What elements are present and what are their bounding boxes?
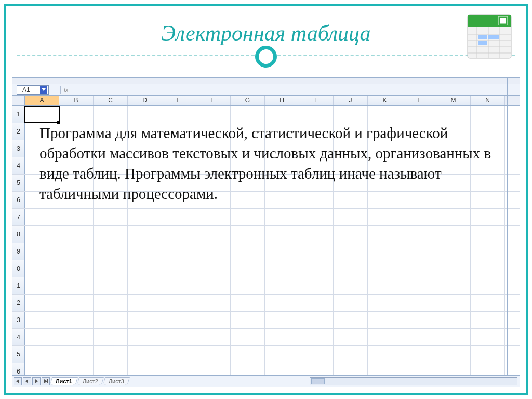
row-header[interactable]: 4 — [12, 329, 25, 345]
cell[interactable] — [196, 329, 231, 345]
cell[interactable] — [162, 295, 196, 311]
cell[interactable] — [94, 312, 128, 328]
cell[interactable] — [94, 363, 128, 375]
sheet-tab-active[interactable]: Лист1 — [50, 377, 78, 385]
cell[interactable] — [402, 209, 436, 225]
row-header[interactable]: 2 — [12, 295, 25, 311]
cell[interactable] — [128, 363, 162, 375]
cell[interactable] — [334, 209, 368, 225]
cell[interactable] — [128, 312, 162, 328]
cell[interactable] — [25, 243, 59, 260]
cell[interactable] — [128, 295, 162, 311]
cell[interactable] — [334, 243, 368, 260]
cell[interactable] — [162, 243, 196, 260]
cell[interactable] — [265, 363, 299, 375]
cell[interactable] — [471, 226, 505, 243]
cell[interactable] — [162, 106, 196, 123]
cell[interactable] — [196, 243, 231, 260]
cell[interactable] — [59, 260, 94, 277]
cell[interactable] — [59, 209, 94, 225]
cell[interactable] — [59, 243, 94, 260]
cell[interactable] — [162, 277, 196, 294]
cell[interactable] — [299, 346, 334, 363]
cell[interactable] — [25, 312, 59, 328]
tab-nav-prev[interactable] — [23, 377, 31, 385]
cell[interactable] — [402, 295, 436, 311]
cell[interactable] — [436, 209, 471, 225]
column-header[interactable]: I — [299, 96, 334, 105]
cell[interactable] — [162, 209, 196, 225]
cell[interactable] — [471, 209, 505, 225]
cell[interactable] — [196, 260, 231, 277]
cell[interactable] — [436, 312, 471, 328]
cell[interactable] — [162, 312, 196, 328]
cell[interactable] — [402, 363, 436, 375]
cell[interactable] — [59, 295, 94, 311]
cell[interactable] — [231, 363, 265, 375]
cell[interactable] — [471, 277, 505, 294]
row-header[interactable]: 7 — [12, 209, 25, 225]
cell[interactable] — [25, 260, 59, 277]
cell[interactable] — [471, 243, 505, 260]
row-header[interactable]: 6 — [12, 363, 25, 375]
cell[interactable] — [368, 329, 402, 345]
cell[interactable] — [59, 226, 94, 243]
cell[interactable] — [128, 106, 162, 123]
cell[interactable] — [436, 106, 471, 123]
cell[interactable] — [59, 329, 94, 345]
tab-nav-first[interactable] — [14, 377, 22, 385]
cell[interactable] — [128, 243, 162, 260]
fx-label[interactable]: fx — [64, 87, 69, 93]
cell[interactable] — [128, 346, 162, 363]
cell[interactable] — [265, 106, 299, 123]
column-header[interactable]: H — [265, 96, 299, 105]
cell[interactable] — [299, 295, 334, 311]
cell[interactable] — [299, 243, 334, 260]
cell[interactable] — [231, 106, 265, 123]
cell[interactable] — [231, 260, 265, 277]
cell[interactable] — [402, 226, 436, 243]
cell[interactable] — [265, 346, 299, 363]
cell[interactable] — [471, 106, 505, 123]
cell[interactable] — [471, 312, 505, 328]
cell[interactable] — [299, 277, 334, 294]
cell[interactable] — [299, 260, 334, 277]
cell[interactable] — [471, 346, 505, 363]
cell[interactable] — [436, 346, 471, 363]
cell[interactable] — [402, 260, 436, 277]
cell[interactable] — [231, 277, 265, 294]
column-header[interactable]: J — [334, 96, 368, 105]
cell[interactable] — [94, 106, 128, 123]
cell[interactable] — [402, 312, 436, 328]
row-header[interactable]: 3 — [12, 312, 25, 328]
cell[interactable] — [162, 329, 196, 345]
column-header[interactable]: C — [94, 96, 128, 105]
cell[interactable] — [265, 329, 299, 345]
column-header[interactable]: M — [436, 96, 471, 105]
cell[interactable] — [94, 243, 128, 260]
cell[interactable] — [436, 277, 471, 294]
cell[interactable] — [368, 312, 402, 328]
cell[interactable] — [299, 312, 334, 328]
cell[interactable] — [265, 243, 299, 260]
cell[interactable] — [265, 312, 299, 328]
cell[interactable] — [25, 106, 59, 123]
cell[interactable] — [231, 295, 265, 311]
row-header[interactable]: 0 — [12, 260, 25, 277]
cell[interactable] — [162, 346, 196, 363]
cell[interactable] — [471, 260, 505, 277]
cell[interactable] — [402, 329, 436, 345]
row-header[interactable]: 9 — [12, 243, 25, 260]
column-header[interactable]: L — [402, 96, 436, 105]
row-header[interactable]: 8 — [12, 226, 25, 243]
cell[interactable] — [59, 312, 94, 328]
cell[interactable] — [59, 106, 94, 123]
cell[interactable] — [402, 106, 436, 123]
cell[interactable] — [196, 295, 231, 311]
column-header[interactable]: K — [368, 96, 402, 105]
tab-nav-last[interactable] — [42, 377, 50, 385]
cell[interactable] — [334, 346, 368, 363]
cell[interactable] — [334, 295, 368, 311]
cell[interactable] — [25, 209, 59, 225]
row-header[interactable]: 1 — [12, 277, 25, 294]
